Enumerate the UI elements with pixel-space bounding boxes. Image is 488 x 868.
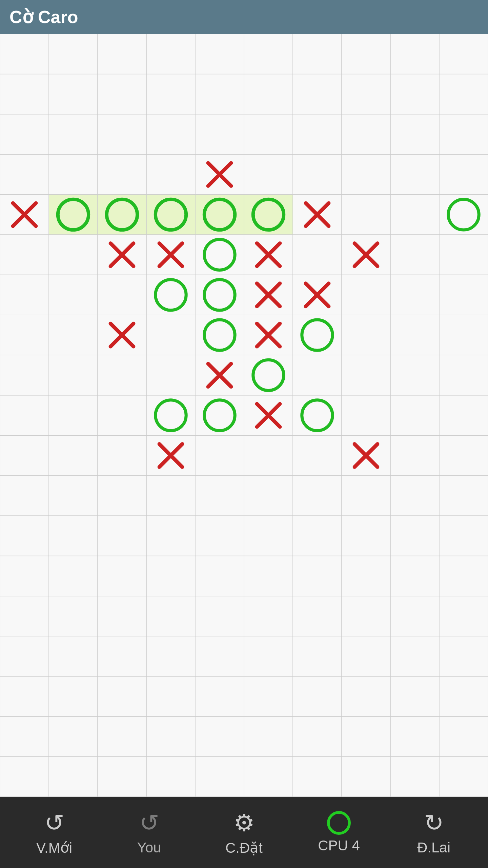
vnew-icon: ↻ <box>44 809 64 837</box>
you-icon: ↻ <box>139 809 159 837</box>
toolbar-you[interactable]: ↻ You <box>115 809 183 856</box>
toolbar-you-label: You <box>137 840 161 856</box>
cpu4-circle-icon <box>327 811 351 835</box>
toolbar-dlai[interactable]: ↻ Đ.Lai <box>400 809 468 856</box>
dlai-icon: ↻ <box>424 809 444 837</box>
toolbar-dlai-label: Đ.Lai <box>417 840 450 856</box>
cdat-icon: ⚙ <box>233 809 255 837</box>
toolbar-vnew-label: V.Mới <box>36 840 72 856</box>
toolbar-cdat[interactable]: ⚙ C.Đặt <box>210 809 278 856</box>
app-header: Cờ Caro <box>0 0 488 34</box>
game-grid[interactable] <box>0 34 488 797</box>
toolbar-cpu4-label: CPU 4 <box>318 837 360 854</box>
toolbar-vnew[interactable]: ↻ V.Mới <box>20 809 88 856</box>
toolbar: ↻ V.Mới ↻ You ⚙ C.Đặt CPU 4 ↻ Đ.Lai <box>0 797 488 868</box>
app-title: Cờ Caro <box>9 7 78 27</box>
toolbar-cdat-label: C.Đặt <box>225 840 263 856</box>
game-board[interactable] <box>0 34 488 797</box>
toolbar-cpu4[interactable]: CPU 4 <box>305 811 373 854</box>
